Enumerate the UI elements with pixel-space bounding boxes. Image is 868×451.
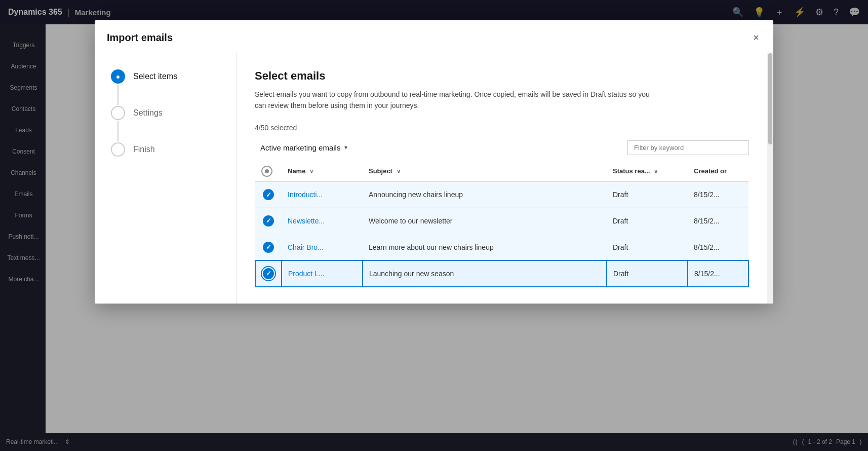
modal-body: ● Select items Settings [95,53,773,304]
scroll-thumb[interactable] [768,53,772,144]
panel-title: Select emails [255,69,749,83]
wizard-sidebar: ● Select items Settings [95,53,236,304]
row-checkbox[interactable]: ✓ [263,242,274,253]
header-subject-label: Subject [369,167,392,175]
row-name[interactable]: Chair Bro... [282,234,363,260]
filter-row: Active marketing emails ▾ [255,140,749,156]
table-header-row: Name ∨ Subject ∨ Status rea... ∨ [255,162,748,181]
row-checkbox-cell[interactable]: ✓ [255,260,282,287]
main-panel: Select emails Select emails you want to … [236,53,767,304]
filter-dropdown-label: Active marketing emails [260,143,340,152]
header-name[interactable]: Name ∨ [282,162,363,181]
row-checkbox[interactable]: ✓ [263,268,274,279]
checkmark-icon: ✓ [266,217,271,224]
row-subject: Learn more about our new chairs lineup [363,234,607,260]
row-created: 8/15/2... [688,208,748,234]
email-name-link[interactable]: Newslette... [288,217,325,225]
header-checkbox-cell[interactable] [255,162,282,181]
row-created: 8/15/2... [688,234,748,260]
subject-sort-icon: ∨ [397,168,401,174]
dropdown-arrow-icon: ▾ [344,144,347,151]
wizard-step-settings: Settings [111,106,220,120]
email-name-link[interactable]: Introducti... [288,191,323,199]
row-status: Draft [607,208,688,234]
checkmark-icon: ✓ [266,243,271,251]
row-status: Draft [607,181,688,208]
row-subject: Announcing new chairs lineup [363,181,607,208]
table-row: ✓Introducti...Announcing new chairs line… [255,181,748,208]
header-status[interactable]: Status rea... ∨ [607,162,688,181]
row-status: Draft [607,234,688,260]
keyword-filter-input[interactable] [627,140,749,155]
modal-header: Import emails × [95,20,773,53]
scroll-track[interactable] [767,53,773,304]
row-checkbox[interactable]: ✓ [263,215,274,227]
wizard-step-finish: Finish [111,142,220,157]
header-created-label: Created or [694,167,727,175]
row-subject: Launching our new season [363,260,607,287]
step-3-indicator [111,142,125,157]
table-row: ✓Newslette...Welcome to our newsletterDr… [255,208,748,234]
email-name-link[interactable]: Chair Bro... [288,243,324,251]
selected-count: 4/50 selected [255,124,749,132]
checkmark-icon: ✓ [266,191,271,199]
checkmark-icon: ✓ [266,270,271,277]
step-2-indicator [111,106,125,120]
step-1-dot: ● [116,72,120,81]
row-checkbox[interactable]: ✓ [263,189,274,200]
header-name-label: Name [288,167,305,175]
row-name[interactable]: Introducti... [282,181,363,208]
name-sort-icon: ∨ [309,168,313,174]
modal-overlay: Import emails × ● Select items [0,0,868,451]
email-filter-dropdown[interactable]: Active marketing emails ▾ [255,140,353,156]
header-status-label: Status rea... [613,167,650,175]
status-sort-icon: ∨ [654,168,658,174]
row-subject: Welcome to our newsletter [363,208,607,234]
connector-2-3 [117,121,119,141]
row-status: Draft [607,260,688,287]
row-name[interactable]: Newslette... [282,208,363,234]
emails-table: Name ∨ Subject ∨ Status rea... ∨ [255,162,749,287]
step-1-indicator: ● [111,69,125,84]
wizard-step-select-items: ● Select items [111,69,220,84]
modal-title: Import emails [107,32,173,44]
header-created[interactable]: Created or [688,162,748,181]
close-button[interactable]: × [751,30,761,45]
header-checkbox-dot [265,169,269,173]
row-checkbox-cell[interactable]: ✓ [255,234,282,260]
step-1-label[interactable]: Select items [133,72,177,81]
table-row: ✓Product L...Launching our new seasonDra… [255,260,748,287]
step-3-label[interactable]: Finish [133,145,155,154]
row-checkbox-cell[interactable]: ✓ [255,181,282,208]
step-2-label[interactable]: Settings [133,108,163,118]
row-created: 8/15/2... [688,181,748,208]
header-subject[interactable]: Subject ∨ [363,162,607,181]
row-created: 8/15/2... [688,260,748,287]
import-emails-modal: Import emails × ● Select items [95,20,773,304]
header-checkbox[interactable] [261,166,272,177]
connector-1-2 [117,85,119,105]
row-name[interactable]: Product L... [282,260,363,287]
panel-description: Select emails you want to copy from outb… [255,89,650,111]
table-row: ✓Chair Bro...Learn more about our new ch… [255,234,748,260]
row-checkbox-cell[interactable]: ✓ [255,208,282,234]
email-name-link[interactable]: Product L... [288,270,325,278]
